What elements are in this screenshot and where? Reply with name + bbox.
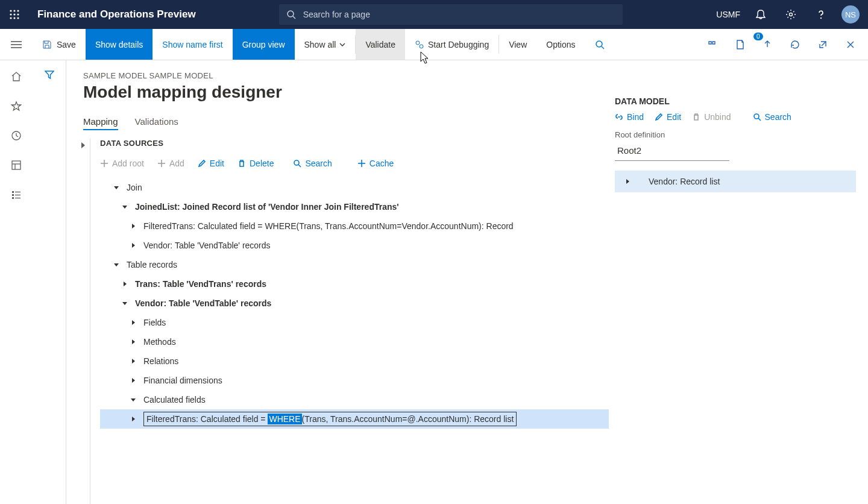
breadcrumb: SAMPLE MODEL SAMPLE MODEL [83,71,609,80]
app-launcher-icon[interactable] [0,0,29,29]
svg-point-36 [294,160,299,165]
tree-node-table-records[interactable]: Table records [100,255,609,274]
svg-point-9 [288,11,294,17]
badge-count: 0 [753,33,763,40]
start-debugging-button[interactable]: Start Debugging [405,29,498,60]
svg-line-29 [602,46,604,49]
root-definition-input[interactable]: Root2 [615,143,729,161]
tree-node-calculated-fields[interactable]: Calculated fields [100,390,609,409]
tree-node-selected[interactable]: FilteredTrans: Calculated field = WHERE(… [100,409,609,429]
page-search-button[interactable] [585,29,614,60]
dm-edit-button[interactable]: Edit [655,112,681,122]
messages-icon[interactable]: 0 [757,34,778,55]
svg-rect-20 [12,191,14,193]
search-icon [286,10,296,19]
svg-rect-17 [12,161,20,169]
chevron-down-icon [339,40,345,49]
svg-point-2 [17,10,19,11]
resize-handle[interactable] [600,312,603,321]
personalize-icon[interactable] [702,34,722,55]
svg-rect-24 [12,197,14,199]
dm-row-label: Vendor: Record list [649,177,720,186]
svg-point-7 [13,17,15,19]
add-button[interactable]: Add [157,159,184,168]
dm-row-vendor[interactable]: Vendor: Record list [615,171,856,192]
svg-point-3 [10,13,11,15]
tree-node-joinedlist[interactable]: JoinedList: Joined Record list of 'Vendo… [100,197,609,216]
tree-node-vendor2[interactable]: Vendor: Table 'VendTable' records [100,294,609,313]
open-excel-icon[interactable] [729,34,750,55]
svg-point-11 [790,13,793,16]
edit-button[interactable]: Edit [198,159,224,168]
page-title: Model mapping designer [83,83,609,102]
refresh-icon[interactable] [785,34,805,55]
tree-node-filteredtrans[interactable]: FilteredTrans: Calculated field = WHERE(… [100,216,609,236]
root-definition-label: Root definition [615,130,856,139]
add-root-button[interactable]: Add root [100,159,144,168]
selected-formula: FilteredTrans: Calculated field = WHERE(… [143,412,517,426]
view-menu[interactable]: View [499,29,536,60]
tab-validations[interactable]: Validations [135,116,178,130]
avatar[interactable]: NS [841,5,860,24]
show-name-first-button[interactable]: Show name first [153,29,232,60]
svg-point-40 [754,114,759,119]
app-title: Finance and Operations Preview [37,8,196,20]
tree-node-vendor[interactable]: Vendor: Table 'VendTable' records [100,236,609,255]
svg-line-41 [758,118,761,121]
group-view-button[interactable]: Group view [233,29,295,60]
show-details-button[interactable]: Show details [86,29,153,60]
tab-mapping[interactable]: Mapping [83,116,118,130]
tree-node-methods[interactable]: Methods [100,332,609,351]
svg-point-26 [416,41,420,45]
save-button[interactable]: Save [33,29,86,60]
settings-icon[interactable] [781,9,800,20]
svg-point-1 [13,10,15,11]
show-all-dropdown[interactable]: Show all [295,29,356,60]
legal-entity[interactable]: USMF [716,10,740,19]
close-icon[interactable] [840,34,861,55]
popout-icon[interactable] [813,34,833,55]
unbind-button[interactable]: Unbind [692,112,731,122]
search-placeholder: Search for a page [303,10,370,19]
global-search[interactable]: Search for a page [279,4,623,25]
notifications-icon[interactable] [751,9,770,20]
collapse-datasources-handle[interactable] [76,139,90,504]
svg-point-12 [820,17,822,19]
help-icon[interactable] [811,9,831,20]
filter-icon[interactable] [45,70,54,504]
cache-button[interactable]: Cache [357,159,394,168]
tree-node-trans[interactable]: Trans: Table 'VendTrans' records [100,274,609,294]
ds-search-button[interactable]: Search [293,159,332,168]
tree-node-relations[interactable]: Relations [100,351,609,371]
svg-point-5 [17,13,19,15]
dm-search-button[interactable]: Search [753,112,791,122]
svg-point-8 [17,17,19,19]
svg-point-28 [596,41,602,47]
validate-button[interactable]: Validate [356,29,405,60]
nav-recent-icon[interactable] [11,130,22,143]
bind-button[interactable]: Bind [615,112,644,122]
options-menu[interactable]: Options [536,29,585,60]
nav-modules-icon[interactable] [11,189,22,202]
datamodel-header: DATA MODEL [615,96,856,106]
datasources-header: DATA SOURCES [100,139,609,148]
tree-node-join[interactable]: Join [100,178,609,197]
breakpoint-icon [415,40,424,49]
delete-button[interactable]: Delete [237,159,274,168]
svg-point-6 [10,17,11,19]
nav-hamburger[interactable] [0,29,33,60]
svg-point-27 [420,45,423,48]
svg-point-0 [10,10,11,11]
tree-node-financial-dimensions[interactable]: Financial dimensions [100,371,609,390]
save-label: Save [57,40,76,49]
svg-rect-22 [12,194,14,196]
svg-point-4 [13,13,15,15]
svg-line-37 [298,165,301,167]
svg-line-10 [293,16,295,19]
tree-node-fields[interactable]: Fields [100,313,609,332]
nav-workspaces-icon[interactable] [11,160,22,172]
nav-home-icon[interactable] [11,71,22,84]
nav-favorites-icon[interactable] [11,101,22,113]
